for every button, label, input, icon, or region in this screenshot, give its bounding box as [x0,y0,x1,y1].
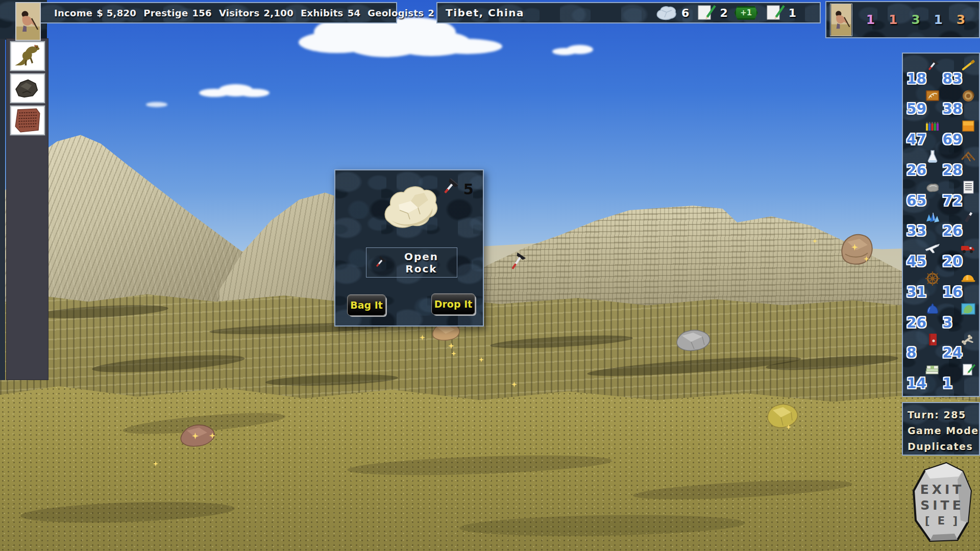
stat-income: Income $ 5,820 [54,8,136,18]
scatter-rock-tan-large[interactable] [837,229,877,268]
inventory-panel: 18 83 59 38 47 69 26 28 [902,53,980,397]
collection-item-dark-rock[interactable] [10,73,45,103]
inventory-item-map[interactable]: 3 [942,302,978,332]
crew-count: 1 [934,12,943,27]
crew-counts: 1 1 3 1 3 [852,12,979,27]
inventory-item-fossil-slab[interactable]: 59 [906,88,942,119]
inventory-item-dye-kit[interactable]: 47 [906,118,942,149]
inventory-item-ammonite[interactable]: 38 [942,88,978,119]
crew-avatar[interactable] [830,4,852,36]
bag-it-button[interactable]: Bag It [347,294,386,316]
inventory-count: 26 [906,162,926,179]
drop-it-label: Drop It [434,298,473,310]
inventory-item-airplane[interactable]: 45 [906,240,942,271]
inventory-count: 31 [906,284,926,300]
cloud [299,32,375,53]
inventory-item-ship-wheel[interactable]: 31 [906,271,942,302]
inventory-count: 8 [906,344,916,361]
inventory-count: 38 [943,101,963,117]
plus-one-badge: +1 [734,6,758,20]
inventory-item-rock-hammer[interactable]: 18 [906,58,942,88]
stat-label: Geologists [368,8,424,18]
exit-site-button[interactable]: EXIT SITE [ E ] [908,459,977,547]
inventory-count: 24 [943,344,963,361]
dinosaur-thumbnail [11,42,44,70]
inventory-item-field-notes[interactable]: 72 [942,180,978,210]
inventory-count: 72 [943,192,963,209]
inventory-count: 33 [906,222,926,239]
inventory-item-cash[interactable]: 14 [906,362,942,393]
note-count: 2 [720,7,727,19]
stat-label: Exhibits [301,8,344,18]
location-name: Tibet, China [446,7,524,19]
crew-count: 1 [889,12,897,27]
drop-it-button[interactable]: Drop It [431,293,475,315]
dark-rock-thumbnail [11,74,44,102]
status-panel: Turn: 285 Game Mode: Duplicates [902,402,980,456]
scatter-rock-yellow[interactable] [764,400,800,430]
crew-panel: 1 1 3 1 3 [825,1,980,38]
rock-counter[interactable]: 6 [654,4,689,21]
collection-item-dinosaur[interactable] [10,41,45,71]
scatter-rock-gray[interactable] [674,327,713,352]
crew-count: 1 [866,12,875,27]
inventory-count: 47 [906,131,926,148]
inventory-item-flask[interactable]: 26 [906,149,942,180]
inventory-count: 18 [906,70,926,87]
digger-avatar-image [16,3,40,40]
inventory-item-bones[interactable]: 24 [942,332,978,363]
inventory-count: 59 [906,101,926,117]
inscribed-tablet-thumbnail [11,107,44,134]
rock-count: 6 [681,7,689,19]
inventory-item-glue-bottle[interactable]: 26 [942,210,978,241]
stat-exhibits: Exhibits 54 [301,8,360,18]
location-bar: Tibet, China 6 2 +1 [436,2,821,23]
collection-item-tablet[interactable] [10,106,45,135]
rock-dialog: 5 Open Rock Bag It Drop It [334,169,484,327]
inventory-item-sieve[interactable]: 28 [942,149,978,180]
inventory-count: 20 [943,253,963,270]
exit-site-label: EXIT SITE [ E ] [913,472,972,538]
inventory-item-sandpaper[interactable]: 69 [942,118,978,149]
note-pencil-icon [696,4,716,22]
map-icon [960,300,977,318]
hammer-count: 5 [463,181,474,198]
stat-value: 2,100 [264,8,293,18]
scatter-rock-hammer-tool[interactable] [508,251,527,279]
stat-value: 54 [348,8,361,18]
inventory-count: 65 [906,192,926,209]
inventory-count: 3 [943,314,952,331]
inventory-count: 26 [943,222,963,239]
rock-icon [654,4,678,21]
game-mode-label: Game Mode: [908,423,976,439]
stat-value: $ 5,820 [96,8,136,18]
stat-label: Income [54,8,92,18]
location-counters: 6 2 +1 1 [654,4,796,22]
inventory-item-crystals[interactable]: 33 [906,210,942,241]
inventory-item-book[interactable]: 8 [906,332,942,363]
crew-count: 3 [911,12,920,27]
inventory-count: 83 [943,70,963,87]
inventory-count: 45 [906,253,926,270]
inventory-item-fossil[interactable]: 65 [906,180,942,210]
inventory-item-truck[interactable]: 20 [942,240,978,271]
stat-visitors: Visitors 2,100 [219,8,293,18]
note-counter[interactable]: 2 [696,4,727,22]
inventory-item-hard-hat[interactable]: 16 [942,271,978,302]
player-avatar[interactable] [15,2,41,41]
book-icon [924,331,941,348]
inventory-item-specimen-bag[interactable]: 26 [906,302,942,332]
inventory-item-permit[interactable]: 1 [942,362,978,393]
note-counter-2[interactable]: 1 [765,4,796,22]
stat-label: Prestige [143,8,188,18]
note-pencil-icon [765,4,785,22]
left-edge-strip [0,39,5,380]
inventory-count: 69 [943,131,963,148]
inventory-count: 1 [943,375,952,392]
collection-sidebar [6,38,48,380]
inventory-count: 16 [943,284,963,300]
open-rock-button[interactable]: Open Rock [366,247,457,278]
inventory-count: 28 [943,162,963,179]
turn-indicator: Turn: 285 [908,407,976,423]
inventory-item-brush[interactable]: 83 [942,58,978,88]
